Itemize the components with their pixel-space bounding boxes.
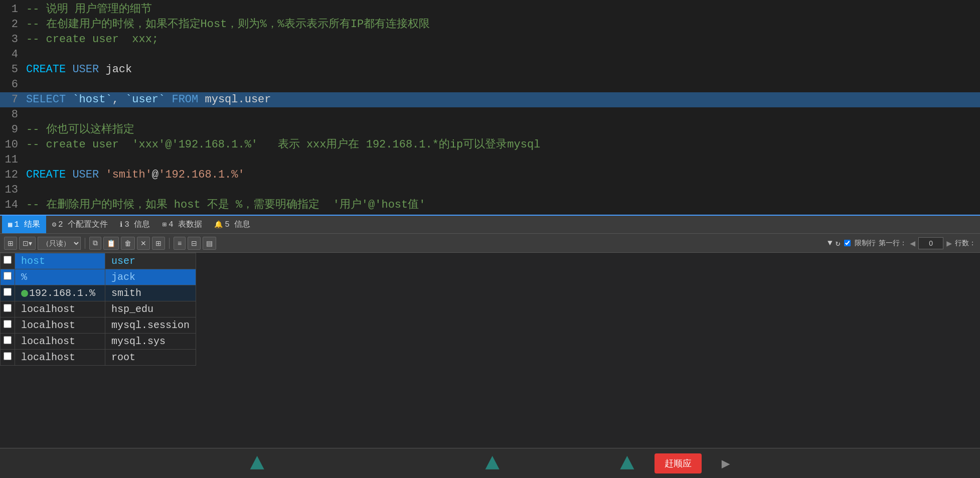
footer-teal-icon-2: ▲ xyxy=(485,450,500,477)
toolbar-btn-single[interactable]: ▤ xyxy=(203,237,216,250)
cell-host: localhost xyxy=(15,350,105,366)
footer-next-icon[interactable]: ▶ xyxy=(722,455,730,472)
toolbar-btn-copy[interactable]: ⧉ xyxy=(89,237,101,250)
config-icon: ⚙ xyxy=(52,220,56,229)
grid-icon: ▦ xyxy=(8,220,12,229)
row-checkbox[interactable] xyxy=(4,272,12,280)
cell-host: % xyxy=(15,269,105,285)
limit-label: 限制行 xyxy=(855,239,876,248)
readonly-select[interactable]: （只读） xyxy=(38,237,81,250)
toolbar-btn-rows[interactable]: ≡ xyxy=(174,237,186,250)
filter-icon: ▼ xyxy=(828,239,833,248)
cell-user: hsp_edu xyxy=(105,301,196,317)
tab-info1-label: 3 信息 xyxy=(124,219,150,230)
results-toolbar: ⊞ ⊡▾ （只读） ⧉ 📋 🗑 ✕ ⊞ ≡ ⊟ ▤ ▼ ↻ 限制行 第一行： ◀… xyxy=(0,234,980,253)
code-line-2: 2 -- 在创建用户的时候，如果不指定Host，则为%，%表示表示所有IP都有连… xyxy=(0,17,980,32)
toolbar-btn-clear[interactable]: ✕ xyxy=(137,237,150,250)
info-icon: ℹ xyxy=(120,220,122,229)
cell-host: localhost xyxy=(15,301,105,317)
code-editor[interactable]: 1 -- 说明 用户管理的细节 2 -- 在创建用户的时候，如果不指定Host，… xyxy=(0,0,980,216)
code-line-6: 6 xyxy=(0,77,980,92)
cursor-indicator xyxy=(21,290,28,297)
tab-tabledata-label: 4 表数据 xyxy=(169,219,202,230)
toolbar-btn-delete[interactable]: 🗑 xyxy=(121,237,135,250)
tab-config-label: 2 个配置文件 xyxy=(58,219,108,230)
row-checkbox-cell xyxy=(1,350,15,366)
data-table-container[interactable]: host user % jack xyxy=(0,253,980,448)
tab-info2[interactable]: 🔔 5 信息 xyxy=(208,216,256,233)
row-checkbox[interactable] xyxy=(4,352,12,360)
cell-user: smith xyxy=(105,285,196,301)
tab-info2-label: 5 信息 xyxy=(225,219,250,230)
row-checkbox[interactable] xyxy=(4,304,12,312)
code-line-1: 1 -- 说明 用户管理的细节 xyxy=(0,2,980,17)
table-row[interactable]: localhost mysql.session xyxy=(1,317,196,334)
bottom-panel: ▦ 1 结果 ⚙ 2 个配置文件 ℹ 3 信息 ⊞ 4 表数据 🔔 5 信息 ⊞… xyxy=(0,216,980,478)
table-icon: ⊞ xyxy=(162,220,166,229)
code-line-7: 7 SELECT `host`, `user` FROM mysql.user xyxy=(0,92,980,107)
refresh-icon[interactable]: ↻ xyxy=(836,238,841,248)
row-checkbox-cell xyxy=(1,269,15,285)
tab-results-label: 1 结果 xyxy=(14,219,40,230)
results-table: host user % jack xyxy=(0,253,196,366)
row-checkbox-cell xyxy=(1,285,15,301)
code-line-8: 8 xyxy=(0,107,980,122)
code-line-9: 9 -- 你也可以这样指定 xyxy=(0,122,980,137)
code-line-10: 10 -- create user 'xxx'@'192.168.1.%' 表示… xyxy=(0,137,980,152)
first-row-label: 第一行： xyxy=(879,239,907,248)
cell-host: localhost xyxy=(15,317,105,334)
separator-1 xyxy=(85,238,85,249)
toolbar-btn-grid[interactable]: ⊡▾ xyxy=(19,237,36,250)
code-line-12: 12 CREATE USER 'smith'@'192.168.1.%' xyxy=(0,168,980,183)
footer-arrow-area: ▲ ▲ ▲ 赶顺应 ▶ xyxy=(250,450,730,477)
next-page-btn[interactable]: ▶ xyxy=(946,238,952,249)
prev-page-btn[interactable]: ◀ xyxy=(910,238,915,249)
cell-user: mysql.session xyxy=(105,317,196,334)
code-lines: 1 -- 说明 用户管理的细节 2 -- 在创建用户的时候，如果不指定Host，… xyxy=(0,0,980,215)
row-checkbox-cell xyxy=(1,334,15,350)
tab-tabledata[interactable]: ⊞ 4 表数据 xyxy=(156,216,208,233)
row-checkbox[interactable] xyxy=(4,288,12,296)
table-row[interactable]: localhost hsp_edu xyxy=(1,301,196,317)
first-row-input[interactable] xyxy=(918,237,943,249)
footer-action-btn[interactable]: 赶顺应 xyxy=(655,453,702,473)
code-line-13: 13 xyxy=(0,183,980,198)
row-checkbox[interactable] xyxy=(4,320,12,328)
toolbar-btn-grid2[interactable]: ⊞ xyxy=(152,237,165,250)
tab-info1[interactable]: ℹ 3 信息 xyxy=(114,216,156,233)
col-header-host[interactable]: host xyxy=(15,253,105,269)
info2-icon: 🔔 xyxy=(214,220,223,229)
row-checkbox[interactable] xyxy=(4,336,12,344)
table-row[interactable]: 192.168.1.% smith xyxy=(1,285,196,301)
tab-results[interactable]: ▦ 1 结果 xyxy=(2,216,46,233)
limit-checkbox[interactable] xyxy=(844,240,851,246)
footer-teal-icon-3: ▲ xyxy=(620,450,634,477)
row-checkbox-cell xyxy=(1,301,15,317)
cell-user: root xyxy=(105,350,196,366)
code-line-11: 11 xyxy=(0,152,980,168)
select-all-checkbox[interactable] xyxy=(4,256,12,264)
row-checkbox-cell xyxy=(1,317,15,334)
code-line-5: 5 CREATE USER jack xyxy=(0,62,980,77)
footer-teal-icon-1: ▲ xyxy=(250,450,264,477)
code-line-4: 4 xyxy=(0,47,980,62)
tabs-bar: ▦ 1 结果 ⚙ 2 个配置文件 ℹ 3 信息 ⊞ 4 表数据 🔔 5 信息 xyxy=(0,216,980,234)
table-row[interactable]: % jack xyxy=(1,269,196,285)
cell-host: 192.168.1.% xyxy=(15,285,105,301)
rows-count-label: 行数： xyxy=(955,239,976,248)
toolbar-btn-cols[interactable]: ⊟ xyxy=(188,237,201,250)
cell-user: jack xyxy=(105,269,196,285)
footer-area: ▲ ▲ ▲ 赶顺应 ▶ xyxy=(0,448,980,478)
table-row[interactable]: localhost root xyxy=(1,350,196,366)
toolbar-btn-1[interactable]: ⊞ xyxy=(4,237,17,250)
cell-host: localhost xyxy=(15,334,105,350)
table-row[interactable]: localhost mysql.sys xyxy=(1,334,196,350)
separator-2 xyxy=(169,238,170,249)
col-header-user[interactable]: user xyxy=(105,253,196,269)
toolbar-right: ▼ ↻ 限制行 第一行： ◀ ▶ 行数： xyxy=(828,237,976,249)
tab-config[interactable]: ⚙ 2 个配置文件 xyxy=(46,216,114,233)
code-line-14: 14 -- 在删除用户的时候，如果 host 不是 %，需要明确指定 '用户'@… xyxy=(0,198,980,213)
header-checkbox-cell xyxy=(1,253,15,269)
toolbar-btn-paste[interactable]: 📋 xyxy=(103,237,119,250)
cell-user: mysql.sys xyxy=(105,334,196,350)
